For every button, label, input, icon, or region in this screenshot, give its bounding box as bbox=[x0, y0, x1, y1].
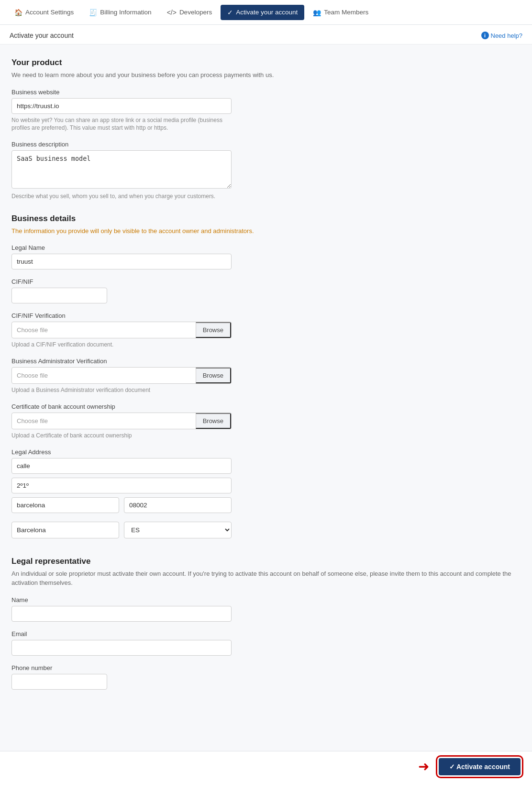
bav-label: Business Administrator Verification bbox=[11, 358, 232, 365]
your-product-desc: We need to learn more about you and your… bbox=[11, 70, 521, 80]
bav-file-placeholder: Choose file bbox=[12, 369, 196, 382]
arrow-icon: ➜ bbox=[418, 759, 429, 774]
legal-name-label: Legal Name bbox=[11, 244, 232, 251]
legal-rep-section: Legal representative An individual or so… bbox=[11, 557, 521, 690]
rep-email-label: Email bbox=[11, 630, 232, 637]
address-line2-input[interactable] bbox=[11, 478, 232, 493]
address-province-input[interactable] bbox=[11, 522, 119, 538]
info-icon: i bbox=[481, 32, 489, 39]
cif-verification-group: CIF/NIF Verification Choose file Browse … bbox=[11, 312, 232, 349]
nav-account-settings[interactable]: 🏠 Account Settings bbox=[8, 5, 80, 20]
need-help-link[interactable]: i Need help? bbox=[481, 32, 523, 39]
cif-input[interactable] bbox=[11, 288, 107, 303]
billing-icon: 🧾 bbox=[89, 9, 97, 16]
page-wrapper: Activate your account i Need help? Your … bbox=[0, 25, 532, 805]
website-input[interactable] bbox=[11, 98, 232, 114]
cif-file-row: Choose file Browse bbox=[11, 322, 232, 338]
bav-browse-button[interactable]: Browse bbox=[196, 368, 231, 383]
cif-label: CIF/NIF bbox=[11, 278, 521, 285]
rep-email-input[interactable] bbox=[11, 640, 232, 656]
address-city-input[interactable] bbox=[11, 497, 119, 513]
home-icon: 🏠 bbox=[14, 9, 22, 16]
business-website-group: Business website No website yet? You can… bbox=[11, 89, 232, 133]
rep-phone-label: Phone number bbox=[11, 664, 521, 671]
bank-file-row: Choose file Browse bbox=[11, 413, 232, 429]
rep-name-input[interactable] bbox=[11, 606, 232, 622]
page-title: Activate your account bbox=[10, 32, 74, 39]
address-label: Legal Address bbox=[11, 448, 521, 456]
legal-address-group: Legal Address ES FR DE GB bbox=[11, 448, 521, 543]
footer-bar: ➜ ✓ Activate account bbox=[0, 751, 532, 782]
address-line1-input[interactable] bbox=[11, 458, 232, 474]
bav-hint: Upload a Business Administrator verifica… bbox=[11, 386, 232, 394]
legal-name-group: Legal Name bbox=[11, 244, 232, 269]
rep-phone-input[interactable] bbox=[11, 674, 107, 690]
bav-file-row: Choose file Browse bbox=[11, 367, 232, 384]
legal-name-input[interactable] bbox=[11, 254, 232, 269]
website-hint: No website yet? You can share an app sto… bbox=[11, 116, 232, 133]
address-city-row bbox=[11, 497, 232, 513]
desc-textarea[interactable]: SaaS business model bbox=[11, 150, 232, 189]
activate-account-button[interactable]: ✓ Activate account bbox=[439, 758, 521, 775]
nav-billing-information[interactable]: 🧾 Billing Information bbox=[82, 5, 158, 20]
code-icon: </> bbox=[167, 9, 177, 16]
cif-verification-label: CIF/NIF Verification bbox=[11, 312, 232, 319]
address-country-select[interactable]: ES FR DE GB US PT IT bbox=[124, 522, 232, 538]
content-area: Your product We need to learn more about… bbox=[0, 45, 532, 751]
bank-label: Certificate of bank account ownership bbox=[11, 403, 232, 410]
rep-phone-group: Phone number bbox=[11, 664, 521, 690]
website-label: Business website bbox=[11, 89, 232, 96]
desc-hint: Describe what you sell, whom you sell to… bbox=[11, 192, 232, 201]
nav-bar: 🏠 Account Settings 🧾 Billing Information… bbox=[0, 0, 532, 25]
legal-rep-desc: An individual or sole proprietor must ac… bbox=[11, 569, 521, 588]
your-product-title: Your product bbox=[11, 58, 521, 67]
bank-browse-button[interactable]: Browse bbox=[196, 413, 231, 429]
bank-group: Certificate of bank account ownership Ch… bbox=[11, 403, 232, 440]
desc-label: Business description bbox=[11, 141, 232, 148]
cif-file-placeholder: Choose file bbox=[12, 323, 196, 337]
your-product-section: Your product We need to learn more about… bbox=[11, 58, 521, 201]
business-desc-group: Business description SaaS business model… bbox=[11, 141, 232, 201]
bav-group: Business Administrator Verification Choo… bbox=[11, 358, 232, 394]
business-details-desc: The information you provide will only be… bbox=[11, 226, 521, 236]
cif-group: CIF/NIF bbox=[11, 278, 521, 303]
rep-email-group: Email bbox=[11, 630, 232, 656]
address-postal-input[interactable] bbox=[124, 497, 232, 513]
bank-hint: Upload a Certificate of bank account own… bbox=[11, 432, 232, 440]
top-bar: Activate your account i Need help? bbox=[0, 25, 532, 45]
business-details-section: Business details The information you pro… bbox=[11, 214, 521, 543]
rep-name-label: Name bbox=[11, 596, 232, 604]
cif-hint: Upload a CIF/NIF verification document. bbox=[11, 341, 232, 349]
nav-team-members[interactable]: 👥 Team Members bbox=[306, 5, 375, 20]
address-province-row: ES FR DE GB US PT IT bbox=[11, 522, 232, 538]
legal-rep-title: Legal representative bbox=[11, 557, 521, 566]
bank-file-placeholder: Choose file bbox=[12, 414, 196, 428]
nav-developers[interactable]: </> Developers bbox=[160, 5, 219, 20]
rep-name-group: Name bbox=[11, 596, 232, 622]
business-details-title: Business details bbox=[11, 214, 521, 224]
check-icon: ✓ bbox=[227, 9, 233, 16]
team-icon: 👥 bbox=[313, 9, 321, 16]
cif-browse-button[interactable]: Browse bbox=[196, 322, 231, 338]
nav-activate-account[interactable]: ✓ Activate your account bbox=[221, 5, 304, 20]
